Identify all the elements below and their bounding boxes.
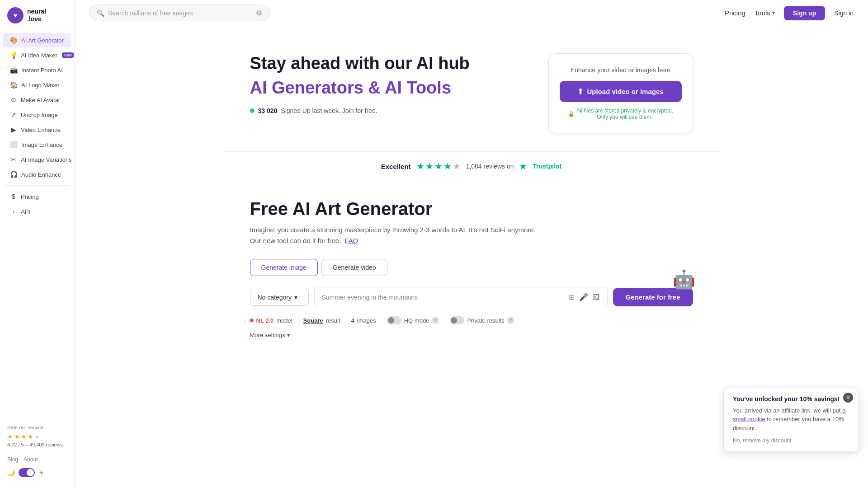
tp-star-5: ★: [453, 161, 461, 172]
hero-stats: 33 020 Signed Up last week. Join for fre…: [250, 107, 548, 114]
trustpilot-logo: Trustpilot: [533, 163, 561, 170]
tp-star-1: ★: [416, 161, 425, 172]
private-toggle-thumb: [451, 317, 457, 324]
green-dot-icon: [250, 108, 255, 113]
nav-pricing-link[interactable]: Pricing: [725, 9, 745, 17]
category-label: No category: [258, 294, 292, 301]
logo-text: neural.love: [27, 8, 46, 23]
sidebar-item-pricing[interactable]: $ Pricing: [3, 189, 71, 204]
sidebar-item-audio-enhance[interactable]: 🎧 Audio Enhance: [3, 167, 71, 182]
hq-mode-toggle[interactable]: [387, 316, 401, 324]
logo-icon: ♥: [7, 7, 24, 23]
generator-options: NL 2.0 model Square result 4 images HQ m…: [250, 316, 693, 324]
logo[interactable]: ♥ neural.love: [0, 7, 74, 33]
images-label: images: [357, 317, 376, 324]
model-dot-icon: [250, 319, 254, 322]
result-suffix: result: [326, 317, 340, 324]
logo-maker-icon: 🏠: [10, 81, 18, 89]
sidebar-divider: [5, 185, 69, 186]
hero-text: Stay ahead with our AI hub AI Generators…: [250, 53, 548, 114]
prompt-icons: ⊞ 🎤 🖼: [569, 293, 600, 301]
result-value[interactable]: Square: [303, 317, 323, 324]
ai-art-icon: 🎨: [10, 37, 18, 44]
sidebar-item-label: Video Enhance: [21, 127, 61, 133]
hq-mode-help-icon[interactable]: ?: [432, 317, 439, 324]
upload-button[interactable]: ⬆ Upload video or images: [560, 81, 682, 102]
trustpilot-reviews: 1,084 reviews on: [466, 163, 514, 170]
category-chevron-icon: ▾: [294, 294, 297, 301]
private-results-label: Private results: [467, 317, 504, 324]
hq-mode-option: HQ mode ?: [387, 316, 439, 324]
image-enhance-icon: ⬜: [10, 141, 18, 148]
sidebar-item-label: Make AI Avatar: [21, 97, 60, 103]
prompt-input[interactable]: Summer evening in the mountains ⊞ 🎤 🖼: [314, 287, 608, 307]
audio-enhance-icon: 🎧: [10, 171, 18, 178]
model-suffix: model: [276, 317, 292, 324]
sidebar-item-label: API: [21, 208, 30, 215]
sidebar-item-make-ai-avatar[interactable]: ⊙ Make AI Avatar: [3, 93, 71, 107]
search-bar[interactable]: 🔍 Search millions of free images ⚙: [89, 5, 270, 21]
hq-mode-label: HQ mode: [404, 317, 429, 324]
category-dropdown[interactable]: No category ▾: [250, 289, 309, 306]
sidebar-item-uncrop-image[interactable]: ↗ Uncrop Image: [3, 108, 71, 122]
filter-icon: ⚙: [256, 9, 262, 17]
sidebar-item-label: AI Logo Maker: [21, 82, 60, 89]
private-results-help-icon[interactable]: ?: [507, 317, 514, 324]
hero-subtitle: AI Generators & AI Tools: [250, 78, 548, 99]
sidebar-item-label: AI Art Generator: [21, 37, 64, 44]
model-option: NL 2.0 model: [250, 317, 292, 324]
signup-button[interactable]: Sign up: [784, 6, 825, 20]
chevron-down-icon: ▾: [772, 10, 775, 16]
sidebar-item-ai-art-generator[interactable]: 🎨 AI Art Generator: [3, 33, 71, 47]
tp-star-4: ★: [443, 161, 452, 172]
images-option: 4 images: [351, 317, 376, 324]
generate-button[interactable]: Generate for free: [613, 288, 693, 306]
sidebar-item-ai-logo-maker[interactable]: 🏠 AI Logo Maker: [3, 78, 71, 92]
sidebar-nav: 🎨 AI Art Generator 💡 AI Idea Maker New 📸…: [0, 33, 74, 366]
upload-card-label: Enhance your video or images here: [560, 66, 682, 74]
tp-star-3: ★: [434, 161, 443, 172]
sidebar: ♥ neural.love 🎨 AI Art Generator 💡 AI Id…: [0, 0, 75, 366]
more-settings-chevron-icon: ▾: [287, 332, 290, 338]
tab-generate-image[interactable]: Generate image: [250, 259, 318, 276]
more-settings-button[interactable]: More settings ▾: [250, 332, 290, 338]
pricing-icon: $: [10, 193, 17, 200]
main-content: 🔍 Search millions of free images ⚙ Prici…: [75, 0, 868, 366]
sidebar-item-label: Audio Enhance: [21, 171, 61, 178]
sidebar-item-api[interactable]: › API: [3, 204, 71, 219]
sidebar-item-image-enhance[interactable]: ⬜ Image Enhance: [3, 137, 71, 152]
mic-icon[interactable]: 🎤: [579, 293, 588, 301]
upload-icon: ⬆: [577, 87, 583, 96]
grid-icon[interactable]: ⊞: [569, 293, 575, 301]
avatar-icon: ⊙: [10, 96, 17, 103]
sidebar-item-video-enhance[interactable]: ▶ Video Enhance: [3, 122, 71, 137]
gen-tabs: Generate image Generate video: [250, 259, 693, 276]
nav-tools-dropdown[interactable]: Tools ▾: [755, 9, 775, 17]
uncrop-icon: ↗: [10, 111, 17, 118]
sidebar-item-ai-image-variations[interactable]: ✂ AI Image Variations: [3, 152, 71, 167]
api-icon: ›: [10, 208, 17, 215]
generator-section: Free AI Art Generator Imagine: you creat…: [223, 181, 720, 366]
sidebar-item-label: Pricing: [21, 193, 39, 200]
stats-text: Signed Up last week. Join for free.: [281, 107, 377, 114]
private-results-option: Private results ?: [450, 316, 514, 324]
trustpilot-bar: Excellent ★ ★ ★ ★ ★ 1,084 reviews on ★ T…: [223, 151, 720, 181]
video-enhance-icon: ▶: [10, 126, 17, 133]
sidebar-item-instant-photo[interactable]: 📸 Instant Photo AI: [3, 63, 71, 77]
sidebar-item-ai-idea-maker[interactable]: 💡 AI Idea Maker New: [3, 48, 71, 62]
search-placeholder-text: Search millions of free images: [108, 9, 252, 17]
new-badge: New: [62, 52, 74, 58]
tab-generate-video[interactable]: Generate video: [321, 259, 387, 276]
hero-section: Stay ahead with our AI hub AI Generators…: [223, 26, 720, 151]
signin-link[interactable]: Sign in: [834, 9, 854, 17]
private-results-toggle[interactable]: [450, 316, 464, 324]
top-nav: 🔍 Search millions of free images ⚙ Prici…: [75, 0, 868, 26]
sidebar-item-label: Image Enhance: [21, 141, 62, 148]
trustpilot-label: Excellent: [381, 163, 411, 170]
faq-link[interactable]: FAQ: [344, 237, 358, 244]
ai-idea-icon: 💡: [10, 52, 17, 59]
image-upload-icon[interactable]: 🖼: [593, 293, 600, 301]
prompt-placeholder: Summer evening in the mountains: [322, 294, 418, 301]
trustpilot-star-icon: ★: [519, 161, 527, 172]
sidebar-item-label: Uncrop Image: [21, 112, 58, 118]
